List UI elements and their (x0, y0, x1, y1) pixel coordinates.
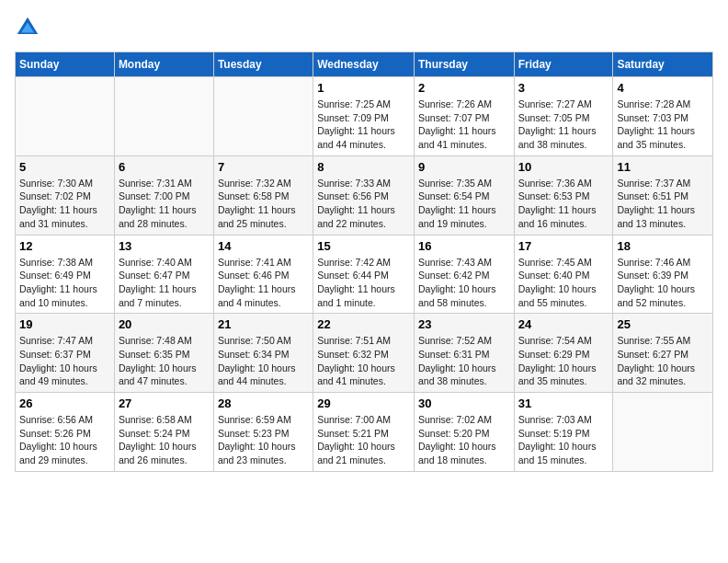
day-number: 18 (617, 239, 709, 253)
calendar-cell (213, 77, 313, 156)
day-number: 16 (418, 239, 510, 253)
day-number: 23 (418, 317, 510, 331)
day-number: 24 (518, 317, 609, 331)
day-number: 4 (617, 81, 709, 95)
day-number: 25 (617, 317, 709, 331)
day-info: Sunrise: 6:56 AM Sunset: 5:26 PM Dayligh… (19, 413, 110, 467)
day-number: 27 (119, 396, 210, 410)
calendar-cell: 12Sunrise: 7:38 AM Sunset: 6:49 PM Dayli… (16, 235, 115, 314)
weekday-header-tuesday: Tuesday (213, 52, 313, 77)
weekday-header-monday: Monday (114, 52, 213, 77)
calendar-cell: 29Sunrise: 7:00 AM Sunset: 5:21 PM Dayli… (313, 393, 415, 472)
calendar-cell: 14Sunrise: 7:41 AM Sunset: 6:46 PM Dayli… (213, 235, 313, 314)
day-number: 28 (218, 396, 309, 410)
day-number: 12 (19, 239, 110, 253)
calendar-cell: 31Sunrise: 7:03 AM Sunset: 5:19 PM Dayli… (514, 393, 613, 472)
day-number: 19 (19, 317, 110, 331)
day-info: Sunrise: 7:25 AM Sunset: 7:09 PM Dayligh… (317, 98, 410, 152)
day-number: 6 (119, 160, 210, 174)
calendar-cell: 9Sunrise: 7:35 AM Sunset: 6:54 PM Daylig… (414, 155, 514, 235)
weekday-header-wednesday: Wednesday (313, 52, 415, 77)
day-info: Sunrise: 7:45 AM Sunset: 6:40 PM Dayligh… (518, 256, 609, 310)
logo (15, 15, 44, 40)
day-info: Sunrise: 7:30 AM Sunset: 7:02 PM Dayligh… (19, 177, 110, 231)
day-number: 26 (19, 396, 110, 410)
calendar-cell: 10Sunrise: 7:36 AM Sunset: 6:53 PM Dayli… (514, 155, 613, 235)
calendar-cell: 25Sunrise: 7:55 AM Sunset: 6:27 PM Dayli… (613, 314, 713, 393)
day-number: 11 (617, 160, 709, 174)
weekday-header-friday: Friday (514, 52, 613, 77)
day-number: 22 (317, 317, 410, 331)
day-info: Sunrise: 7:46 AM Sunset: 6:39 PM Dayligh… (617, 256, 709, 310)
weekday-header-row: SundayMondayTuesdayWednesdayThursdayFrid… (16, 52, 713, 77)
day-info: Sunrise: 7:31 AM Sunset: 7:00 PM Dayligh… (119, 177, 210, 231)
day-number: 20 (119, 317, 210, 331)
day-info: Sunrise: 7:36 AM Sunset: 6:53 PM Dayligh… (518, 177, 609, 231)
day-number: 5 (19, 160, 110, 174)
day-info: Sunrise: 7:00 AM Sunset: 5:21 PM Dayligh… (317, 413, 410, 467)
calendar-cell (16, 77, 115, 156)
day-info: Sunrise: 7:27 AM Sunset: 7:05 PM Dayligh… (518, 98, 609, 152)
weekday-header-saturday: Saturday (613, 52, 713, 77)
calendar-cell: 24Sunrise: 7:54 AM Sunset: 6:29 PM Dayli… (514, 314, 613, 393)
calendar-cell: 3Sunrise: 7:27 AM Sunset: 7:05 PM Daylig… (514, 77, 613, 156)
day-number: 29 (317, 396, 410, 410)
day-info: Sunrise: 7:55 AM Sunset: 6:27 PM Dayligh… (617, 334, 709, 388)
day-info: Sunrise: 7:38 AM Sunset: 6:49 PM Dayligh… (19, 256, 110, 310)
day-info: Sunrise: 7:03 AM Sunset: 5:19 PM Dayligh… (518, 413, 609, 467)
day-info: Sunrise: 7:35 AM Sunset: 6:54 PM Dayligh… (418, 177, 510, 231)
day-info: Sunrise: 7:26 AM Sunset: 7:07 PM Dayligh… (418, 98, 510, 152)
calendar-cell: 15Sunrise: 7:42 AM Sunset: 6:44 PM Dayli… (313, 235, 415, 314)
calendar-cell: 28Sunrise: 6:59 AM Sunset: 5:23 PM Dayli… (213, 393, 313, 472)
day-info: Sunrise: 6:58 AM Sunset: 5:24 PM Dayligh… (119, 413, 210, 467)
calendar-cell (613, 393, 713, 472)
day-info: Sunrise: 7:50 AM Sunset: 6:34 PM Dayligh… (218, 334, 309, 388)
day-info: Sunrise: 7:41 AM Sunset: 6:46 PM Dayligh… (218, 256, 309, 310)
day-number: 14 (218, 239, 309, 253)
day-number: 7 (218, 160, 309, 174)
day-info: Sunrise: 7:32 AM Sunset: 6:58 PM Dayligh… (218, 177, 309, 231)
calendar-week-5: 26Sunrise: 6:56 AM Sunset: 5:26 PM Dayli… (16, 393, 713, 472)
day-info: Sunrise: 7:48 AM Sunset: 6:35 PM Dayligh… (119, 334, 210, 388)
calendar-cell: 17Sunrise: 7:45 AM Sunset: 6:40 PM Dayli… (514, 235, 613, 314)
day-info: Sunrise: 7:33 AM Sunset: 6:56 PM Dayligh… (317, 177, 410, 231)
day-number: 31 (518, 396, 609, 410)
day-info: Sunrise: 7:37 AM Sunset: 6:51 PM Dayligh… (617, 177, 709, 231)
day-info: Sunrise: 7:28 AM Sunset: 7:03 PM Dayligh… (617, 98, 709, 152)
calendar-cell: 11Sunrise: 7:37 AM Sunset: 6:51 PM Dayli… (613, 155, 713, 235)
day-number: 1 (317, 81, 410, 95)
day-number: 2 (418, 81, 510, 95)
calendar-cell: 23Sunrise: 7:52 AM Sunset: 6:31 PM Dayli… (414, 314, 514, 393)
calendar-week-2: 5Sunrise: 7:30 AM Sunset: 7:02 PM Daylig… (16, 155, 713, 235)
day-number: 10 (518, 160, 609, 174)
calendar-cell: 6Sunrise: 7:31 AM Sunset: 7:00 PM Daylig… (114, 155, 213, 235)
day-number: 15 (317, 239, 410, 253)
day-info: Sunrise: 7:40 AM Sunset: 6:47 PM Dayligh… (119, 256, 210, 310)
day-info: Sunrise: 6:59 AM Sunset: 5:23 PM Dayligh… (218, 413, 309, 467)
calendar-cell: 20Sunrise: 7:48 AM Sunset: 6:35 PM Dayli… (114, 314, 213, 393)
calendar-week-1: 1Sunrise: 7:25 AM Sunset: 7:09 PM Daylig… (16, 77, 713, 156)
day-info: Sunrise: 7:02 AM Sunset: 5:20 PM Dayligh… (418, 413, 510, 467)
calendar-cell: 30Sunrise: 7:02 AM Sunset: 5:20 PM Dayli… (414, 393, 514, 472)
calendar-cell: 22Sunrise: 7:51 AM Sunset: 6:32 PM Dayli… (313, 314, 415, 393)
page-header (15, 15, 713, 40)
day-info: Sunrise: 7:52 AM Sunset: 6:31 PM Dayligh… (418, 334, 510, 388)
day-number: 3 (518, 81, 609, 95)
calendar-cell: 18Sunrise: 7:46 AM Sunset: 6:39 PM Dayli… (613, 235, 713, 314)
day-number: 17 (518, 239, 609, 253)
day-number: 30 (418, 396, 510, 410)
day-info: Sunrise: 7:42 AM Sunset: 6:44 PM Dayligh… (317, 256, 410, 310)
calendar-cell: 19Sunrise: 7:47 AM Sunset: 6:37 PM Dayli… (16, 314, 115, 393)
day-number: 8 (317, 160, 410, 174)
logo-icon (15, 15, 40, 40)
day-info: Sunrise: 7:47 AM Sunset: 6:37 PM Dayligh… (19, 334, 110, 388)
calendar-week-3: 12Sunrise: 7:38 AM Sunset: 6:49 PM Dayli… (16, 235, 713, 314)
day-number: 13 (119, 239, 210, 253)
calendar-cell: 13Sunrise: 7:40 AM Sunset: 6:47 PM Dayli… (114, 235, 213, 314)
day-info: Sunrise: 7:43 AM Sunset: 6:42 PM Dayligh… (418, 256, 510, 310)
calendar-body: 1Sunrise: 7:25 AM Sunset: 7:09 PM Daylig… (16, 77, 713, 472)
day-number: 9 (418, 160, 510, 174)
day-info: Sunrise: 7:54 AM Sunset: 6:29 PM Dayligh… (518, 334, 609, 388)
calendar-cell: 8Sunrise: 7:33 AM Sunset: 6:56 PM Daylig… (313, 155, 415, 235)
day-info: Sunrise: 7:51 AM Sunset: 6:32 PM Dayligh… (317, 334, 410, 388)
